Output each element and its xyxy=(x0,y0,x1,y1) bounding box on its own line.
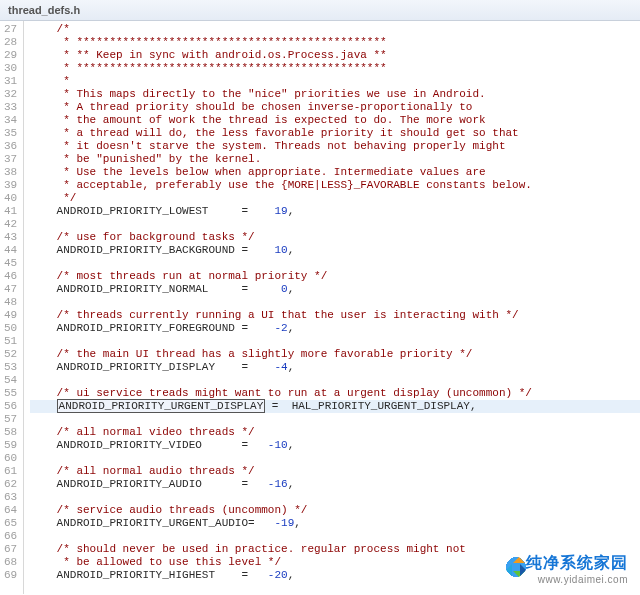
code-line: * a thread will do, the less favorable p… xyxy=(30,127,640,140)
line-number: 40 xyxy=(4,192,17,205)
code-line xyxy=(30,218,640,231)
line-number: 33 xyxy=(4,101,17,114)
code-line: * This maps directly to the "nice" prior… xyxy=(30,88,640,101)
line-number: 34 xyxy=(4,114,17,127)
line-number: 37 xyxy=(4,153,17,166)
code-line: * be "punished" by the kernel. xyxy=(30,153,640,166)
line-number: 46 xyxy=(4,270,17,283)
line-number: 53 xyxy=(4,361,17,374)
code-line: ANDROID_PRIORITY_AUDIO = -16, xyxy=(30,478,640,491)
code-line: /* all normal audio threads */ xyxy=(30,465,640,478)
line-number: 64 xyxy=(4,504,17,517)
code-line xyxy=(30,530,640,543)
line-number: 62 xyxy=(4,478,17,491)
file-name: thread_defs.h xyxy=(8,4,80,16)
code-line xyxy=(30,296,640,309)
line-number: 51 xyxy=(4,335,17,348)
line-number: 61 xyxy=(4,465,17,478)
code-line: /* most threads run at normal priority *… xyxy=(30,270,640,283)
line-number: 35 xyxy=(4,127,17,140)
line-number: 45 xyxy=(4,257,17,270)
code-line: ANDROID_PRIORITY_LOWEST = 19, xyxy=(30,205,640,218)
code-line: * A thread priority should be chosen inv… xyxy=(30,101,640,114)
code-line: /* all normal video threads */ xyxy=(30,426,640,439)
code-line: * acceptable, preferably use the {MORE|L… xyxy=(30,179,640,192)
code-line xyxy=(30,335,640,348)
file-tab[interactable]: thread_defs.h xyxy=(0,0,640,21)
line-gutter: 2728293031323334353637383940414243444546… xyxy=(0,21,24,594)
line-number: 66 xyxy=(4,530,17,543)
code-line xyxy=(30,491,640,504)
line-number: 55 xyxy=(4,387,17,400)
code-area[interactable]: /* * ***********************************… xyxy=(24,21,640,594)
code-line: */ xyxy=(30,192,640,205)
code-line: * it doesn't starve the system. Threads … xyxy=(30,140,640,153)
line-number: 57 xyxy=(4,413,17,426)
line-number: 31 xyxy=(4,75,17,88)
line-number: 32 xyxy=(4,88,17,101)
line-number: 69 xyxy=(4,569,17,582)
line-number: 27 xyxy=(4,23,17,36)
code-line: /* threads currently running a UI that t… xyxy=(30,309,640,322)
line-number: 49 xyxy=(4,309,17,322)
line-number: 59 xyxy=(4,439,17,452)
line-number: 29 xyxy=(4,49,17,62)
code-line: * Use the levels below when appropriate.… xyxy=(30,166,640,179)
line-number: 38 xyxy=(4,166,17,179)
line-number: 43 xyxy=(4,231,17,244)
line-number: 28 xyxy=(4,36,17,49)
line-number: 54 xyxy=(4,374,17,387)
code-line: ANDROID_PRIORITY_NORMAL = 0, xyxy=(30,283,640,296)
line-number: 36 xyxy=(4,140,17,153)
line-number: 63 xyxy=(4,491,17,504)
code-line xyxy=(30,257,640,270)
line-number: 65 xyxy=(4,517,17,530)
code-line: ANDROID_PRIORITY_DISPLAY = -4, xyxy=(30,361,640,374)
watermark-title: 纯净系统家园 xyxy=(526,553,628,574)
line-number: 42 xyxy=(4,218,17,231)
line-number: 39 xyxy=(4,179,17,192)
code-line: /* the main UI thread has a slightly mor… xyxy=(30,348,640,361)
watermark-url: www.yidaimei.com xyxy=(526,574,628,585)
code-line: * ** Keep in sync with android.os.Proces… xyxy=(30,49,640,62)
line-number: 67 xyxy=(4,543,17,556)
code-line xyxy=(30,374,640,387)
code-line: * the amount of work the thread is expec… xyxy=(30,114,640,127)
code-line: /* use for background tasks */ xyxy=(30,231,640,244)
code-line: * **************************************… xyxy=(30,36,640,49)
line-number: 58 xyxy=(4,426,17,439)
line-number: 52 xyxy=(4,348,17,361)
code-line: * **************************************… xyxy=(30,62,640,75)
code-editor: 2728293031323334353637383940414243444546… xyxy=(0,21,640,594)
code-line: ANDROID_PRIORITY_BACKGROUND = 10, xyxy=(30,244,640,257)
line-number: 68 xyxy=(4,556,17,569)
code-line: ANDROID_PRIORITY_FOREGROUND = -2, xyxy=(30,322,640,335)
code-line: ANDROID_PRIORITY_VIDEO = -10, xyxy=(30,439,640,452)
code-line: /* service audio threads (uncommon) */ xyxy=(30,504,640,517)
code-line: /* xyxy=(30,23,640,36)
line-number: 56 xyxy=(4,400,17,413)
line-number: 41 xyxy=(4,205,17,218)
code-line xyxy=(30,413,640,426)
line-number: 50 xyxy=(4,322,17,335)
selected-identifier[interactable]: ANDROID_PRIORITY_URGENT_DISPLAY xyxy=(57,399,266,413)
watermark: 纯净系统家园 www.yidaimei.com xyxy=(526,553,628,585)
code-line: * xyxy=(30,75,640,88)
line-number: 44 xyxy=(4,244,17,257)
line-number: 48 xyxy=(4,296,17,309)
line-number: 60 xyxy=(4,452,17,465)
line-number: 30 xyxy=(4,62,17,75)
code-line: ANDROID_PRIORITY_URGENT_AUDIO= -19, xyxy=(30,517,640,530)
line-number: 47 xyxy=(4,283,17,296)
code-line xyxy=(30,452,640,465)
code-line: ANDROID_PRIORITY_URGENT_DISPLAY = HAL_PR… xyxy=(30,400,640,413)
